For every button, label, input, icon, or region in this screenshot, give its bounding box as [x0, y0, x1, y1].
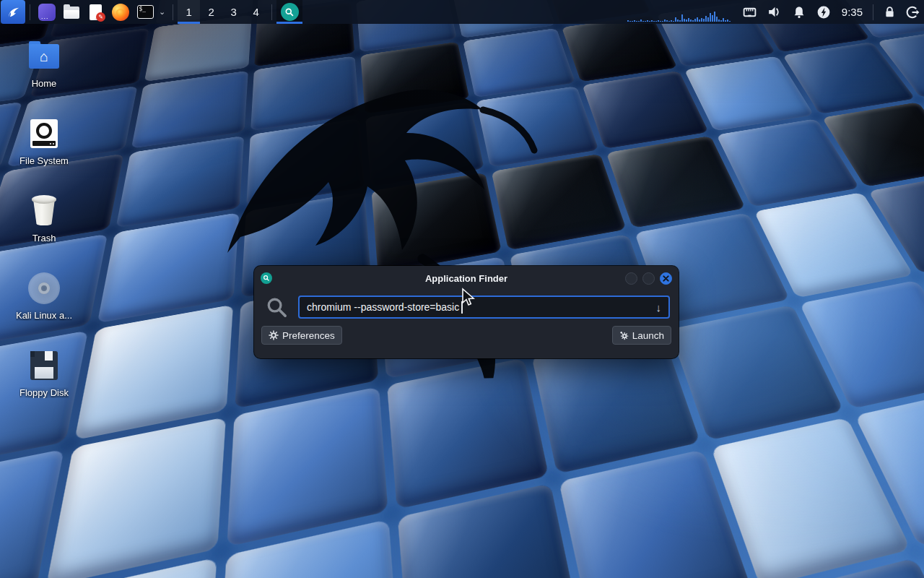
cpu-bar: [673, 21, 674, 22]
dropdown-terminal-launcher[interactable]: $_: [133, 0, 157, 24]
preferences-button[interactable]: Preferences: [261, 326, 342, 345]
network-icon: [742, 4, 757, 20]
command-text: chromium --password-store=basic: [307, 301, 459, 313]
chevron-down-icon[interactable]: ⌄: [159, 7, 165, 17]
cpu-bar: [705, 16, 707, 22]
preferences-label: Preferences: [282, 330, 335, 341]
text-editor-launcher[interactable]: ✎: [84, 0, 108, 24]
dialog-buttons: Preferences Launch: [254, 319, 679, 345]
floppy-disk-icon: [30, 348, 58, 383]
window-title: Application Finder: [254, 273, 679, 284]
cpu-bar: [636, 21, 637, 22]
desktop-icon-home[interactable]: ⌂ Home: [4, 39, 84, 106]
cpu-bar: [707, 17, 709, 22]
search-icon: [266, 296, 288, 319]
desktop-icon-file-system[interactable]: File System: [4, 116, 84, 184]
prompt-icon: $_: [137, 5, 154, 19]
cpu-bar: [642, 21, 644, 22]
cpu-bar: [692, 20, 694, 22]
cpu-bar: [634, 20, 635, 22]
cpu-bar: [640, 20, 642, 22]
lock-screen-button[interactable]: [878, 0, 901, 24]
application-finder-button[interactable]: [276, 0, 302, 24]
power-icon: [816, 5, 831, 20]
cpu-bar: [629, 21, 631, 22]
volume-tray-item[interactable]: [762, 0, 787, 24]
titlebar[interactable]: Application Finder: [254, 266, 679, 290]
desktop-icon-label: Trash: [32, 233, 56, 243]
cpu-bar: [660, 21, 661, 22]
clock[interactable]: 9:35: [836, 6, 868, 18]
cpu-bar: [716, 17, 718, 22]
cpu-bar: [649, 21, 650, 22]
workspace-3-button[interactable]: 3: [222, 0, 245, 24]
cpu-bar: [710, 13, 711, 22]
cpu-bar: [666, 20, 668, 22]
command-row: chromium --password-store=basic ↓: [254, 290, 679, 319]
folder-icon: [63, 4, 80, 21]
minimize-button[interactable]: [625, 272, 637, 285]
cpu-bar: [662, 21, 663, 22]
cpu-bar: [679, 20, 681, 22]
cpu-bar: [688, 18, 689, 22]
desktop: ... ✎ $_ ⌄ 1 2: [0, 0, 924, 578]
desktop-icon-floppy-disk[interactable]: Floppy Disk: [4, 348, 84, 415]
desktop-icon-trash[interactable]: Trash: [4, 194, 84, 261]
launch-button[interactable]: Launch: [612, 326, 671, 345]
volume-icon: [767, 4, 782, 20]
cpu-bar: [686, 20, 687, 22]
home-folder-icon: ⌂: [29, 39, 59, 74]
kali-dragon-icon: [5, 4, 21, 20]
command-input[interactable]: chromium --password-store=basic ↓: [298, 296, 670, 319]
desktop-icon-kali-installer[interactable]: Kali Linux a...: [4, 271, 84, 338]
cpu-bar: [675, 17, 676, 22]
down-arrow-icon[interactable]: ↓: [656, 301, 662, 314]
cpu-bar: [697, 17, 698, 22]
workspace-1-button[interactable]: 1: [178, 0, 200, 24]
cpu-bar: [677, 20, 679, 22]
panel-right: 9:35: [627, 0, 924, 24]
workspace-4-button[interactable]: 4: [245, 0, 267, 24]
application-finder-window: Application Finder chromium --password-s…: [254, 266, 679, 358]
cpu-bar: [690, 20, 692, 22]
desktop-icon-list: ⌂ Home File System Trash Kali Linux a...: [4, 39, 84, 415]
cpu-bar: [714, 12, 715, 22]
cpu-bar: [703, 19, 705, 22]
power-manager-tray-item[interactable]: [811, 0, 836, 24]
panel-separator: [873, 4, 873, 20]
terminal-launcher[interactable]: ...: [35, 0, 59, 24]
cpu-bar: [647, 20, 648, 22]
panel-separator: [30, 4, 30, 20]
cpu-bar: [712, 15, 713, 22]
execute-gear-icon: [619, 331, 629, 340]
window-controls: [625, 272, 672, 285]
cpu-bar: [699, 20, 700, 22]
notifications-icon: [792, 5, 806, 20]
cpu-graph[interactable]: [627, 3, 731, 22]
hard-drive-icon: [30, 116, 58, 151]
desktop-icon-label: File System: [19, 155, 69, 166]
logout-button[interactable]: [901, 0, 924, 24]
network-tray-item[interactable]: [738, 0, 762, 24]
close-button[interactable]: [660, 272, 672, 285]
search-icon: [281, 3, 299, 21]
cpu-bar: [627, 20, 629, 22]
notifications-tray-item[interactable]: [787, 0, 811, 24]
file-manager-launcher[interactable]: [59, 0, 84, 24]
web-browser-launcher[interactable]: [108, 0, 133, 24]
cpu-bar: [651, 20, 653, 22]
workspace-2-button[interactable]: 2: [200, 0, 222, 24]
cpu-bar: [632, 21, 633, 22]
cpu-bar: [720, 20, 722, 22]
optical-disc-icon: [28, 271, 60, 306]
trash-icon: [30, 194, 58, 228]
logout-icon: [905, 5, 920, 20]
panel-separator: [173, 4, 173, 20]
maximize-button[interactable]: [642, 272, 655, 285]
cube: [227, 387, 388, 547]
applications-menu-button[interactable]: [1, 0, 25, 24]
cpu-bar: [681, 14, 683, 22]
cpu-bar: [653, 21, 655, 22]
cube: [46, 417, 226, 578]
panel-left: ... ✎ $_ ⌄ 1 2: [0, 0, 302, 24]
